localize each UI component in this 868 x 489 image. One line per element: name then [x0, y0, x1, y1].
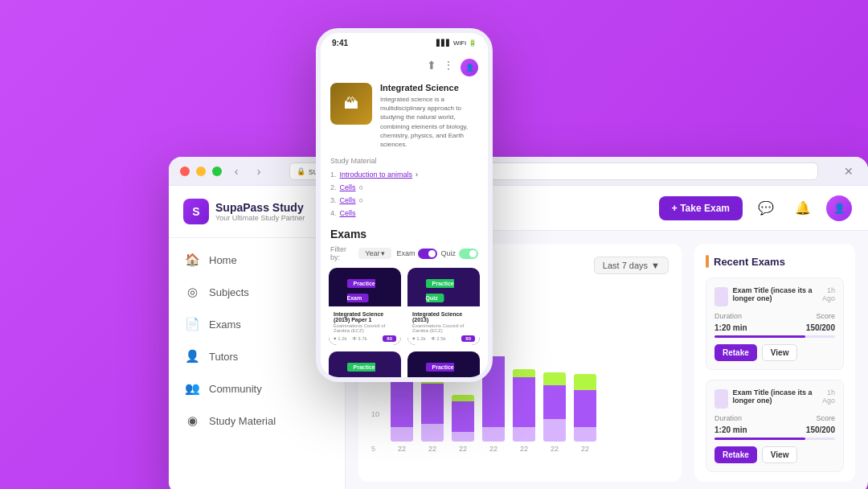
year-filter[interactable]: Year ▾	[358, 248, 391, 259]
sidebar-label-tutors: Tutors	[209, 351, 238, 363]
stat-views-1: 👁 3.7k	[352, 336, 367, 341]
retake-button-1[interactable]: Retake	[714, 344, 757, 361]
study-link-4[interactable]: Cells	[340, 209, 356, 217]
phone-avatar[interactable]: 👤	[461, 59, 478, 76]
window-dot-green[interactable]	[212, 166, 222, 176]
study-item-4[interactable]: 4. Cells	[330, 207, 478, 220]
bar-label-6: 22	[551, 445, 559, 453]
quiz-toggle-label: Quiz	[440, 249, 456, 257]
quiz-toggle[interactable]	[459, 249, 478, 259]
bar-label-1: 22	[398, 445, 406, 453]
window-dot-red[interactable]	[180, 166, 190, 176]
phone-filter-row: Filter by: Year ▾ Exam Quiz	[321, 245, 488, 268]
sidebar-label-community: Community	[209, 383, 262, 395]
y-label-5: 5	[371, 445, 379, 453]
phone-exam-card-4[interactable]: Practice Exam Integrated Science (2017) …	[407, 351, 480, 377]
phone-exam-name-1: Integrated Science (2019) Paper 1	[334, 311, 396, 323]
badge-quiz-label-2: Practice Quiz	[426, 279, 454, 302]
score-label-1: Score	[816, 312, 835, 320]
bar-light-1	[391, 427, 413, 442]
phone-exam-card-img-4: Practice Exam	[407, 351, 480, 377]
retake-button-2[interactable]: Retake	[714, 446, 757, 463]
chat-button[interactable]: 💬	[752, 195, 780, 222]
exam-toggle-label: Exam	[396, 249, 415, 257]
phone-time: 9:41	[332, 39, 348, 47]
recent-exams-label: Recent Exams	[714, 256, 785, 268]
view-button-2[interactable]: View	[762, 446, 798, 463]
score-badge-2: 80	[461, 335, 475, 342]
phone-mockup: 9:41 ▋▋▋ WiFi 🔋 ⬆ ⋮ 👤 🏔 Integrated Scien…	[316, 28, 493, 382]
window-dot-yellow[interactable]	[196, 166, 206, 176]
bar-stack-3	[452, 395, 474, 442]
phone-exam-card-1[interactable]: Practice Exam Integrated Science (2019) …	[329, 268, 401, 345]
sidebar-item-community[interactable]: 👥 Community	[175, 373, 338, 404]
study-item-1[interactable]: 1. Introduction to animals ›	[330, 168, 478, 181]
exam-title-2: Exam Title (incase its a longer one)	[733, 388, 817, 405]
phone-menu-icon[interactable]: ⋮	[443, 59, 454, 76]
bar-label-7: 22	[581, 445, 589, 453]
bar-green-7	[574, 374, 596, 390]
course-card: 🏔 Integrated Science Integrated science …	[330, 83, 478, 149]
chart-filter-button[interactable]: Last 7 days ▼	[594, 257, 669, 274]
study-link-2[interactable]: Cells	[340, 183, 356, 191]
close-button[interactable]: ✕	[841, 163, 857, 179]
sidebar-label-exams: Exams	[209, 318, 241, 331]
chart-filter-label: Last 7 days	[603, 261, 648, 270]
logo-letter: S	[192, 205, 199, 218]
duration-label-2: Duration	[714, 414, 742, 422]
filter-chevron-icon: ▾	[381, 249, 385, 257]
course-thumbnail: 🏔	[330, 83, 372, 125]
exam-values-row-1: 1:20 min 150/200	[714, 323, 835, 332]
duration-value-2: 1:20 min	[714, 425, 747, 434]
study-item-2[interactable]: 2. Cells ○	[330, 181, 478, 194]
exam-progress-bar-2	[714, 438, 835, 440]
phone-header-icons: ⬆ ⋮ 👤	[321, 52, 488, 83]
sidebar-item-exams[interactable]: 📄 Exams	[175, 309, 338, 339]
subjects-icon: ◎	[185, 285, 199, 299]
bar-purple-3	[452, 401, 474, 432]
nav-forward-button[interactable]: ›	[251, 163, 267, 179]
study-material-icon: ◉	[185, 413, 199, 428]
sidebar-item-subjects[interactable]: ◎ Subjects	[175, 277, 338, 307]
stat-views-2: 👁 2.5k	[431, 336, 446, 341]
stat-likes-1: ♥ 1.2k	[334, 336, 347, 341]
study-num-1: 1.	[330, 171, 337, 179]
nav-back-button[interactable]: ‹	[228, 163, 244, 179]
y-label-10: 10	[371, 410, 379, 418]
study-material-label: Study Material	[321, 157, 488, 168]
exam-card-1: Exam Title (incase its a longer one) 1h …	[706, 277, 844, 370]
bar-group-3: 22	[452, 395, 474, 453]
check-icon-2: ○	[359, 183, 363, 191]
study-link-3[interactable]: Cells	[340, 196, 356, 204]
phone-share-icon[interactable]: ⬆	[427, 59, 436, 76]
signal-icon: ▋▋▋	[436, 39, 451, 47]
score-value-1: 150/200	[806, 323, 835, 332]
phone-exam-card-img-2: Practice Quiz	[407, 268, 480, 306]
sidebar-item-tutors[interactable]: 👤 Tutors	[175, 341, 338, 372]
sidebar-item-home[interactable]: 🏠 Home	[175, 244, 338, 275]
view-button-1[interactable]: View	[762, 344, 798, 361]
bar-purple-6	[543, 385, 566, 419]
take-exam-button[interactable]: + Take Exam	[659, 196, 743, 220]
avatar[interactable]: 👤	[826, 195, 852, 221]
sidebar-item-study-material[interactable]: ◉ Study Material	[175, 405, 338, 436]
phone-content: ⬆ ⋮ 👤 🏔 Integrated Science Integrated sc…	[321, 52, 488, 377]
phone-exam-info-2: Integrated Science (2013) Examinations C…	[407, 306, 480, 345]
chevron-down-icon: ▼	[651, 261, 660, 270]
phone-exam-card-2[interactable]: Practice Quiz Integrated Science (2013) …	[407, 268, 480, 345]
notification-button[interactable]: 🔔	[789, 195, 817, 222]
phone-exam-badge-3: Practice Quiz	[347, 358, 383, 377]
exam-toggle[interactable]	[418, 249, 437, 259]
stat-likes-2: ♥ 1.2k	[412, 336, 426, 341]
filter-by-label: Filter by:	[330, 245, 354, 261]
phone-exam-card-3[interactable]: Practice Quiz Integrated Science (2018) …	[329, 351, 401, 377]
exam-progress-fill-2	[714, 438, 805, 440]
study-link-1[interactable]: Introduction to animals	[340, 171, 413, 179]
bell-icon: 🔔	[795, 200, 811, 216]
phone-exam-name-2: Integrated Science (2013)	[412, 311, 475, 323]
study-item-3[interactable]: 3. Cells ○	[330, 194, 478, 207]
exam-quiz-toggle-group: Exam Quiz	[396, 249, 478, 259]
phone-exam-card-img-3: Practice Quiz	[329, 351, 401, 377]
exam-timestamp-1: 1h Ago	[816, 286, 835, 302]
exam-card-2: Exam Title (incase its a longer one) 1h …	[706, 380, 844, 472]
